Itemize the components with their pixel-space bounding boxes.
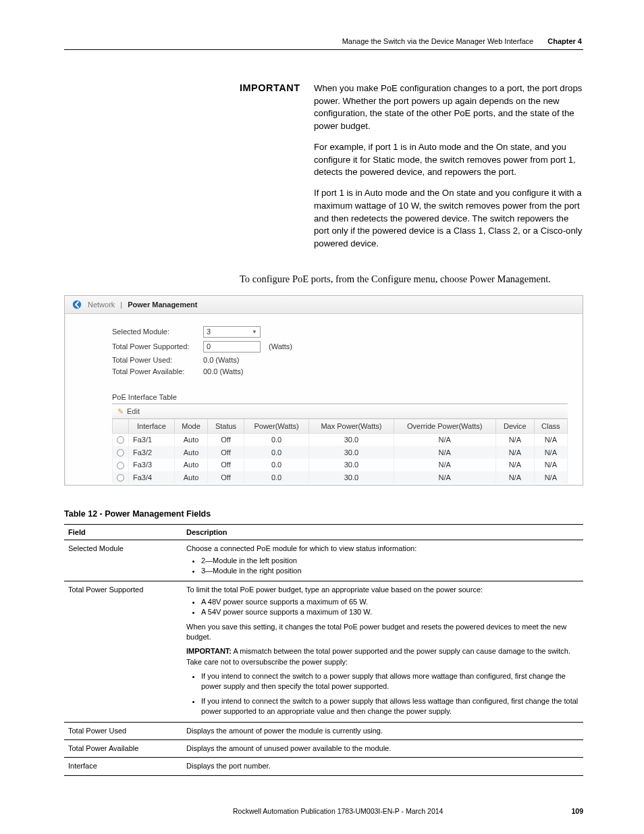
cell-device: N/A xyxy=(495,446,534,459)
tbl12-desc: Displays the amount of power the module … xyxy=(182,722,583,739)
tbl12-r1-imp-text: A mismatch between the total power suppo… xyxy=(186,647,570,665)
col-status: Status xyxy=(208,419,244,433)
th-desc: Description xyxy=(182,525,583,540)
radio-icon[interactable] xyxy=(117,449,124,457)
tbl12-field: Total Power Available xyxy=(64,740,182,758)
tbl12-r0-b1: 2—Module in the left position xyxy=(201,556,579,566)
total-supported-input[interactable]: 0 xyxy=(203,341,261,353)
cell-mode: Auto xyxy=(174,459,207,471)
cell-interface: Fa3/2 xyxy=(129,446,175,459)
crumb-network[interactable]: Network xyxy=(88,301,115,309)
breadcrumb: Network | Power Management xyxy=(65,296,583,314)
cell-maxpower: 30.0 xyxy=(309,459,394,471)
tbl12-desc: To limit the total PoE power budget, typ… xyxy=(182,581,583,722)
header-chapter: Chapter 4 xyxy=(547,37,582,45)
cell-class: N/A xyxy=(534,433,567,446)
total-avail-value: 00.0 (Watts) xyxy=(203,367,244,375)
table-row[interactable]: Fa3/2 Auto Off 0.0 30.0 N/A N/A N/A xyxy=(113,446,568,459)
svg-point-0 xyxy=(73,301,81,309)
cell-interface: Fa3/1 xyxy=(129,433,175,446)
tbl12-r1-imp-label: IMPORTANT: xyxy=(186,647,232,655)
cell-power: 0.0 xyxy=(244,433,308,446)
edit-button[interactable]: ✎ Edit xyxy=(112,405,568,419)
tbl12-r1-b4: If you intend to connect the switch to a… xyxy=(201,696,579,717)
radio-icon[interactable] xyxy=(117,474,124,481)
radio-icon[interactable] xyxy=(117,436,124,444)
total-used-label: Total Power Used: xyxy=(112,356,203,364)
page-header: Manage the Switch via the Device Manager… xyxy=(64,37,583,45)
header-title: Manage the Switch via the Device Manager… xyxy=(342,37,534,45)
tbl12-r1-b3: If you intend to connect the switch to a… xyxy=(201,671,579,692)
cell-mode: Auto xyxy=(174,446,207,459)
crumb-power: Power Management xyxy=(128,301,197,309)
table-row[interactable]: Fa3/4 Auto Off 0.0 30.0 N/A N/A N/A xyxy=(113,471,568,484)
crumb-sep: | xyxy=(120,301,122,309)
cell-override: N/A xyxy=(394,459,495,471)
important-label: IMPORTANT xyxy=(240,82,300,259)
watts-label: (Watts) xyxy=(269,342,292,350)
important-block: IMPORTANT When you make PoE configuratio… xyxy=(240,82,583,259)
cell-power: 0.0 xyxy=(244,471,308,484)
cell-class: N/A xyxy=(534,471,567,484)
col-power: Power(Watts) xyxy=(244,419,308,433)
total-supported-label: Total Power Supported: xyxy=(112,342,203,350)
footer-pub: Rockwell Automation Publication 1783-UM0… xyxy=(105,807,571,815)
tbl12-field: Total Power Supported xyxy=(64,581,182,722)
selected-module-label: Selected Module: xyxy=(112,328,203,336)
tbl12-row-total-supported: Total Power Supported To limit the total… xyxy=(64,581,583,722)
edit-label: Edit xyxy=(127,407,140,415)
col-interface: Interface xyxy=(129,419,175,433)
tbl12-desc: Choose a connected PoE module for which … xyxy=(182,540,583,581)
cell-interface: Fa3/3 xyxy=(129,459,175,471)
chevron-down-icon: ▼ xyxy=(252,329,257,335)
tbl12-r0-b2: 3—Module in the right position xyxy=(201,566,579,576)
table-row[interactable]: Fa3/1 Auto Off 0.0 30.0 N/A N/A N/A xyxy=(113,433,568,446)
tbl12-row-total-used: Total Power Used Displays the amount of … xyxy=(64,722,583,739)
important-p1: When you make PoE configuration changes … xyxy=(314,82,583,133)
table12: Field Description Selected Module Choose… xyxy=(64,524,583,776)
cell-device: N/A xyxy=(495,459,534,471)
table-row[interactable]: Fa3/3 Auto Off 0.0 30.0 N/A N/A N/A xyxy=(113,459,568,471)
important-p2: For example, if port 1 is in Auto mode a… xyxy=(314,141,583,179)
header-rule xyxy=(64,49,583,50)
tbl12-desc: Displays the amount of unused power avai… xyxy=(182,740,583,758)
th-field: Field xyxy=(64,525,182,540)
tbl12-field: Total Power Used xyxy=(64,722,182,739)
cell-status: Off xyxy=(208,459,244,471)
pencil-icon: ✎ xyxy=(117,407,124,416)
cell-interface: Fa3/4 xyxy=(129,471,175,484)
cell-device: N/A xyxy=(495,471,534,484)
cell-override: N/A xyxy=(394,433,495,446)
col-mode: Mode xyxy=(174,419,207,433)
radio-icon[interactable] xyxy=(117,462,124,469)
cell-device: N/A xyxy=(495,433,534,446)
cell-class: N/A xyxy=(534,446,567,459)
col-radio xyxy=(113,419,129,433)
poe-interface-table: Interface Mode Status Power(Watts) Max P… xyxy=(112,419,568,484)
cell-maxpower: 30.0 xyxy=(309,446,394,459)
selected-module-value: 3 xyxy=(207,328,211,336)
cell-power: 0.0 xyxy=(244,446,308,459)
cell-override: N/A xyxy=(394,471,495,484)
col-maxpower: Max Power(Watts) xyxy=(309,419,394,433)
page-footer: Rockwell Automation Publication 1783-UM0… xyxy=(0,807,644,815)
cell-mode: Auto xyxy=(174,433,207,446)
cell-maxpower: 30.0 xyxy=(309,433,394,446)
selected-module-select[interactable]: 3 ▼ xyxy=(203,326,261,338)
tbl12-r1-b1: A 48V power source supports a maximum of… xyxy=(201,597,579,607)
screenshot-panel: Network | Power Management Selected Modu… xyxy=(64,295,583,486)
tbl12-r1-intro: To limit the total PoE power budget, typ… xyxy=(186,585,483,594)
cell-status: Off xyxy=(208,433,244,446)
tbl12-row-interface: Interface Displays the port number. xyxy=(64,758,583,775)
cell-status: Off xyxy=(208,471,244,484)
poe-table-title: PoE Interface Table xyxy=(112,393,568,401)
tbl12-r0-intro: Choose a connected PoE module for which … xyxy=(186,544,417,552)
cell-mode: Auto xyxy=(174,471,207,484)
important-text: When you make PoE configuration changes … xyxy=(314,82,583,259)
total-used-value: 0.0 (Watts) xyxy=(203,356,239,364)
cell-override: N/A xyxy=(394,446,495,459)
tbl12-r1-line2: When you save this setting, it changes t… xyxy=(186,622,579,643)
total-avail-label: Total Power Available: xyxy=(112,367,203,375)
back-icon[interactable] xyxy=(72,299,82,310)
cell-maxpower: 30.0 xyxy=(309,471,394,484)
